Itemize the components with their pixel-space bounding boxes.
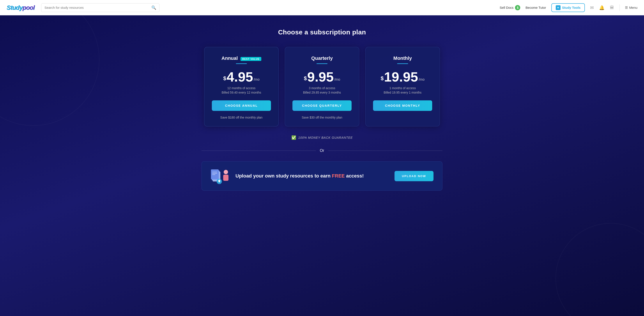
page-title: Choose a subscription plan [9, 29, 635, 36]
choose-annual-button[interactable]: CHOOSE ANNUAL [212, 100, 271, 111]
plan-billed-monthly: Billed 19.95 every 1 months [373, 91, 432, 94]
guarantee-icon: ✅ [291, 135, 296, 140]
sell-docs-button[interactable]: Sell Docs $ [500, 5, 520, 10]
or-line-right [328, 151, 442, 151]
or-divider: Or [202, 148, 442, 153]
upload-text-before: Upload your own study resources to earn [236, 173, 332, 179]
upload-now-button[interactable]: UPLOAD NOW [394, 171, 434, 181]
guarantee-text: 100% MONEY BACK GUARANTEE [298, 136, 353, 139]
upload-text-after: access! [345, 173, 364, 179]
price-row-monthly: $ 19.95 /mo [373, 70, 432, 84]
plan-savings-annual: Save $180 off the monthly plan [212, 116, 271, 119]
plan-billed-quarterly: Billed 29.85 every 3 months [292, 91, 352, 94]
plan-title-quarterly: Quarterly [292, 56, 352, 61]
price-dollar-quarterly: $ [304, 75, 307, 82]
price-amount-quarterly: 9.95 [307, 70, 334, 84]
plan-card-quarterly: Quarterly $ 9.95 /mo 3 months of access … [285, 47, 359, 126]
search-input[interactable] [44, 6, 150, 10]
plan-duration-annual: 12 months of access [212, 86, 271, 90]
main-content: Choose a subscription plan Annual BEST V… [0, 15, 644, 316]
svg-rect-10 [218, 181, 220, 182]
menu-button[interactable]: ☰ Menu [625, 6, 638, 10]
plus-icon: + [556, 5, 560, 10]
plan-underline-monthly [397, 63, 408, 64]
price-amount-monthly: 19.95 [384, 70, 418, 84]
choose-quarterly-button[interactable]: CHOOSE QUARTERLY [292, 100, 352, 111]
study-tools-label: Study Tools [562, 6, 581, 10]
choose-monthly-button[interactable]: CHOOSE MONTHLY [373, 100, 432, 111]
upload-text: Upload your own study resources to earn … [236, 173, 389, 179]
price-row-annual: $ 4.95 /mo [212, 70, 271, 84]
search-icon[interactable]: 🔍 [151, 5, 156, 10]
mail-icon[interactable]: ✉ [590, 5, 594, 10]
study-tools-button[interactable]: + Study Tools [551, 3, 585, 12]
price-row-quarterly: $ 9.95 /mo [292, 70, 352, 84]
price-per-quarterly: /mo [334, 78, 340, 82]
plan-underline-annual [236, 63, 247, 64]
plan-savings-quarterly: Save $30 off the monthly plan [292, 116, 352, 119]
logo[interactable]: Studypool [6, 4, 34, 11]
nav-right: Sell Docs $ Become Tutor + Study Tools ✉… [500, 3, 638, 12]
nav-divider [620, 5, 620, 11]
become-tutor-button[interactable]: Become Tutor [526, 6, 546, 10]
search-bar: 🔍 [41, 3, 160, 12]
dollar-icon: $ [515, 5, 520, 10]
svg-rect-2 [211, 169, 218, 179]
price-dollar-monthly: $ [381, 75, 384, 82]
plan-duration-monthly: 1 months of access [373, 86, 432, 90]
hamburger-icon: ☰ [625, 6, 628, 10]
best-value-badge: BEST VALUE [240, 57, 261, 61]
plan-card-annual: Annual BEST VALUE $ 4.95 /mo 12 months o… [204, 47, 279, 126]
plan-title-monthly: Monthly [373, 56, 432, 61]
menu-label: Menu [629, 6, 638, 10]
svg-point-6 [224, 170, 228, 174]
plan-billed-annual: Billed 59.40 every 12 months [212, 91, 271, 94]
price-dollar-annual: $ [223, 75, 226, 82]
sell-docs-label: Sell Docs [500, 6, 514, 10]
upload-banner: Upload your own study resources to earn … [202, 161, 442, 191]
or-text: Or [320, 148, 324, 153]
upload-free-text: FREE [332, 173, 345, 179]
plan-underline-quarterly [316, 63, 328, 64]
navbar: Studypool 🔍 Sell Docs $ Become Tutor + S… [0, 0, 644, 15]
price-per-annual: /mo [254, 78, 260, 82]
institution-icon[interactable]: 🏛 [610, 5, 614, 10]
price-per-monthly: /mo [418, 78, 424, 82]
bell-icon[interactable]: 🔔 [599, 5, 604, 10]
plan-title-annual: Annual BEST VALUE [212, 56, 271, 61]
svg-rect-7 [223, 175, 228, 181]
plans-container: Annual BEST VALUE $ 4.95 /mo 12 months o… [202, 47, 442, 126]
or-line-left [202, 151, 316, 151]
upload-illustration [210, 167, 230, 185]
price-amount-annual: 4.95 [227, 70, 253, 84]
plan-duration-quarterly: 3 months of access [292, 86, 352, 90]
guarantee-row: ✅ 100% MONEY BACK GUARANTEE [9, 135, 635, 140]
plan-card-monthly: Monthly $ 19.95 /mo 1 months of access B… [365, 47, 440, 126]
